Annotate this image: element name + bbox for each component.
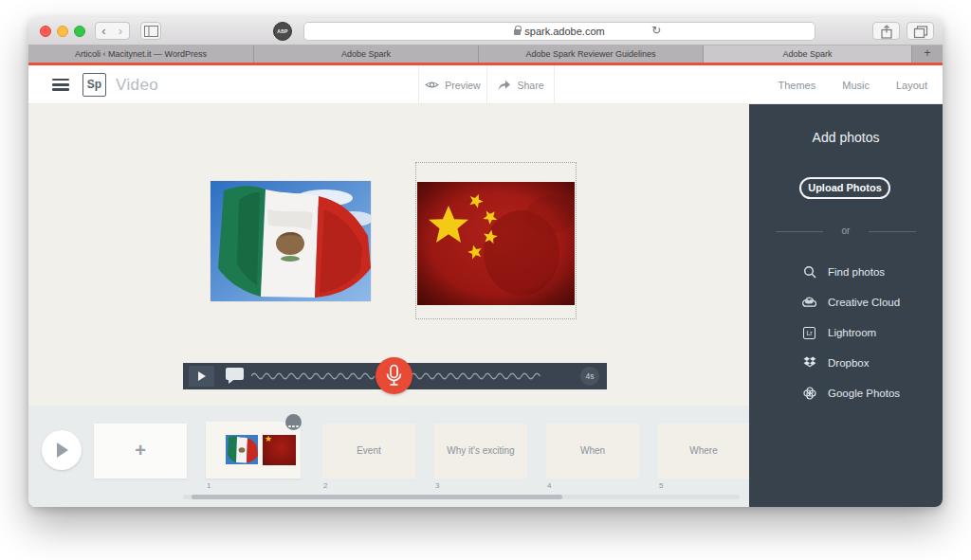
tabs-overview-icon: [913, 25, 928, 39]
eye-icon: [425, 80, 439, 90]
duration-badge: 4s: [580, 367, 599, 386]
video-canvas: 4s + ★: [28, 104, 749, 507]
app-title: Video: [116, 65, 158, 104]
mexico-flag-thumbnail: [226, 435, 258, 464]
waveform-right: [411, 371, 541, 381]
china-flag-selection-box[interactable]: [415, 162, 577, 319]
browser-titlebar: ‹ › ABP spark.adobe.com ↻: [28, 17, 943, 45]
slide-3-why[interactable]: Why it's exciting: [434, 424, 527, 479]
china-flag-photo[interactable]: [417, 182, 575, 305]
share-arrow-icon: [497, 79, 511, 91]
tab-bar: Articoli ‹ Macitynet.it — WordPress Adob…: [28, 45, 943, 63]
china-flag-image: [417, 182, 575, 305]
tab-title: Articoli ‹ Macitynet.it — WordPress: [75, 49, 207, 59]
slide-number: 3: [435, 481, 439, 490]
tab-title: Adobe Spark: [341, 49, 391, 59]
zoom-window-button[interactable]: [74, 26, 85, 37]
preview-button[interactable]: Preview: [418, 65, 486, 104]
lightroom-icon: Lr: [802, 326, 816, 340]
timeline-play-button[interactable]: [42, 430, 82, 470]
sidebar-item-google-photos[interactable]: Google Photos: [802, 384, 900, 403]
sidebar-item-label: Find photos: [828, 266, 885, 278]
lock-icon: [514, 29, 521, 35]
slide-4-when[interactable]: When: [546, 424, 639, 479]
tab-reviewer-guidelines[interactable]: Adobe Spark Reviewer Guidelines: [479, 45, 704, 63]
close-window-button[interactable]: [40, 26, 51, 37]
music-button[interactable]: Music: [842, 80, 870, 91]
sidebar-item-lightroom[interactable]: Lr Lightroom: [802, 323, 876, 342]
slide-2-event[interactable]: Event: [322, 424, 415, 479]
share-label: Share: [517, 80, 543, 91]
sidebar-icon: [144, 26, 158, 37]
sidebar-item-find-photos[interactable]: Find photos: [802, 262, 885, 281]
minimize-window-button[interactable]: [57, 26, 68, 37]
microphone-icon: [376, 357, 412, 394]
speech-bubble-icon: [225, 367, 246, 385]
upload-photos-button[interactable]: Upload Photos: [799, 177, 890, 199]
layout-button[interactable]: Layout: [896, 80, 927, 91]
sidebar-item-label: Google Photos: [828, 388, 900, 399]
panel-title: Add photos: [749, 130, 943, 145]
themes-button[interactable]: Themes: [778, 80, 815, 91]
app-header: Sp Video Preview Share Themes Music Layo…: [28, 65, 943, 104]
play-icon: [198, 371, 206, 381]
slide-options-icon[interactable]: [285, 414, 302, 430]
slide-number: 1: [207, 481, 211, 490]
lr-badge: Lr: [803, 327, 815, 339]
show-all-tabs-button[interactable]: [907, 22, 934, 40]
mexico-flag-photo[interactable]: [211, 181, 371, 301]
sidebar-item-label: Dropbox: [828, 357, 869, 369]
address-bar[interactable]: spark.adobe.com: [303, 22, 815, 41]
tab-wordpress[interactable]: Articoli ‹ Macitynet.it — WordPress: [28, 45, 254, 63]
search-icon: [802, 265, 816, 280]
forward-button[interactable]: ›: [112, 22, 130, 40]
share-button[interactable]: Share: [486, 65, 555, 104]
refresh-icon[interactable]: ↻: [651, 25, 661, 36]
spark-logo[interactable]: Sp: [82, 73, 106, 97]
browser-share-button[interactable]: [872, 22, 900, 40]
slide-number: 5: [659, 481, 663, 490]
slide-number: 4: [547, 481, 551, 490]
menu-icon[interactable]: [52, 79, 69, 91]
tab-adobe-spark-active[interactable]: Adobe Spark: [704, 45, 912, 63]
new-tab-button[interactable]: +: [912, 45, 943, 63]
header-right-nav: Themes Music Layout: [778, 65, 927, 104]
slide-number: 2: [323, 481, 327, 490]
china-flag-thumbnail: ★: [263, 435, 296, 465]
dropbox-icon: [802, 356, 816, 370]
tab-title: Adobe Spark: [782, 49, 832, 59]
adblock-extension-icon[interactable]: ABP: [273, 22, 292, 41]
playback-bar: 4s: [183, 363, 607, 389]
google-photos-icon: [802, 387, 816, 401]
screenshot-stage: ‹ › ABP spark.adobe.com ↻: [0, 0, 971, 560]
creative-cloud-icon: [802, 296, 816, 310]
mexico-flag-image: [211, 181, 371, 301]
caption-button[interactable]: [225, 367, 246, 388]
url-text: spark.adobe.com: [524, 26, 604, 37]
browser-window: ‹ › ABP spark.adobe.com ↻: [28, 17, 943, 507]
tab-adobe-spark[interactable]: Adobe Spark: [254, 45, 479, 63]
slide-1-thumbnail[interactable]: ★: [206, 422, 301, 479]
sidebar-toggle-button[interactable]: [140, 22, 161, 40]
timeline: + ★ Event Why it's e: [28, 406, 749, 507]
back-button[interactable]: ‹: [95, 22, 113, 40]
play-preview-button[interactable]: [189, 366, 214, 387]
tab-title: Adobe Spark Reviewer Guidelines: [525, 49, 655, 59]
sidebar-item-label: Creative Cloud: [828, 297, 900, 308]
add-photos-panel: Add photos Upload Photos or Find photos: [749, 104, 943, 507]
timeline-scrollbar-track[interactable]: [183, 495, 740, 499]
sidebar-item-dropbox[interactable]: Dropbox: [802, 353, 869, 372]
sidebar-item-label: Lightroom: [828, 327, 876, 338]
timeline-scrollbar-thumb[interactable]: [192, 495, 562, 499]
record-microphone-button[interactable]: [376, 357, 412, 394]
share-up-arrow-icon: [879, 25, 894, 39]
add-slide-button[interactable]: +: [94, 424, 187, 479]
preview-label: Preview: [445, 80, 480, 91]
or-divider: or: [749, 226, 943, 236]
slide-5-where[interactable]: Where: [658, 424, 749, 479]
waveform-left: [251, 371, 376, 381]
play-icon: [57, 443, 68, 458]
sidebar-item-creative-cloud[interactable]: Creative Cloud: [802, 293, 900, 312]
